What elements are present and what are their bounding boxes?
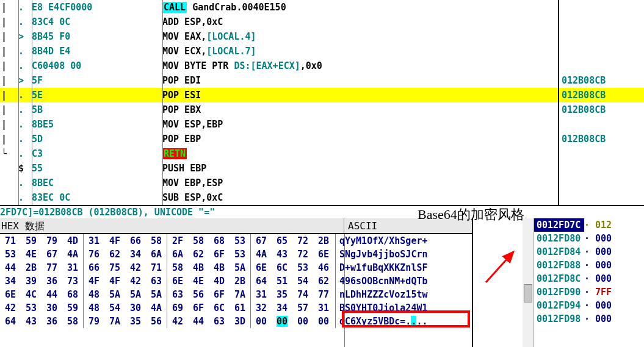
stack-value: 000	[595, 299, 612, 312]
opcode-bytes: 5B	[32, 102, 162, 117]
hex-row[interactable]: 425330594854304A696F6C6132345731BS0YHT0J…	[0, 301, 472, 315]
reference-panel[interactable]: 012B08CB012B08CB012B08CB012B08CB	[559, 0, 644, 205]
ref-row: 012B08CB	[559, 102, 644, 117]
ref-row	[559, 161, 644, 176]
breakpoint-marker[interactable]: .	[18, 132, 32, 146]
jump-marker: |	[0, 88, 18, 102]
stack-value: 000	[595, 259, 612, 272]
disasm-row[interactable]: .8BECMOV EBP,ESP	[0, 176, 558, 190]
disasm-row[interactable]: |.5DPOP EBP	[0, 132, 558, 146]
breakpoint-marker[interactable]: .	[18, 44, 32, 59]
stack-row[interactable]: 0012FD80·000	[534, 232, 644, 245]
top-panels: |.E8 E4CF0000CALL GandCrab.0040E150|.83C…	[0, 0, 644, 206]
jump-marker: |	[0, 117, 18, 132]
ref-row	[559, 117, 644, 132]
jump-marker: |	[0, 73, 18, 88]
disasm-row[interactable]: $55PUSH EBP	[0, 161, 558, 176]
stack-row[interactable]: 0012FD90·7FF	[534, 285, 644, 299]
opcode-bytes: 8BEC	[32, 176, 162, 190]
breakpoint-marker[interactable]: .	[18, 176, 32, 190]
jump-marker: |	[0, 29, 18, 44]
hex-row[interactable]: 442B773166754271584B4B5A6E6C5346D+w1fuBq…	[0, 261, 472, 274]
bottom-panels: HEX 数据 ASCII 7159794D314F66582F586853676…	[0, 218, 644, 347]
opcode-bytes: C3	[32, 146, 162, 161]
status-line: 2FD7C]=012B08CB (012B08CB), UNICODE "="	[0, 206, 644, 218]
breakpoint-marker[interactable]: .	[18, 102, 32, 117]
ref-row	[559, 176, 644, 190]
stack-address: 0012FD94	[534, 299, 584, 312]
jump-marker: |	[0, 102, 18, 117]
instruction: POP ESI	[162, 88, 558, 102]
blank-strip	[473, 218, 534, 347]
hex-row[interactable]: 6E4C4468485A5A5A63566F7A31357477nLDhHZZZ…	[0, 288, 472, 301]
jump-marker	[0, 161, 18, 176]
stack-value: 012	[595, 218, 612, 232]
breakpoint-marker[interactable]: >	[18, 73, 32, 88]
hex-ascii: qYyM1OfX/XhSger+	[336, 235, 428, 246]
disassembly-panel[interactable]: |.E8 E4CF0000CALL GandCrab.0040E150|.83C…	[0, 0, 559, 205]
breakpoint-marker[interactable]: .	[18, 190, 32, 205]
ref-row	[559, 59, 644, 73]
breakpoint-marker[interactable]: $	[18, 161, 32, 176]
disasm-row[interactable]: |>8B45 F0MOV EAX,[LOCAL.4]	[0, 29, 558, 44]
disasm-row[interactable]: |.5BPOP EBX	[0, 102, 558, 117]
stack-row[interactable]: 0012FD7C·012	[534, 218, 644, 232]
instruction: MOV ECX,[LOCAL.7]	[162, 44, 558, 59]
hex-ascii: SNgJvb4jjboSJCrn	[336, 249, 428, 260]
ref-row	[559, 0, 644, 15]
breakpoint-marker[interactable]: .	[18, 15, 32, 29]
stack-row[interactable]: 0012FD8C·000	[534, 272, 644, 285]
disasm-row[interactable]: |.5EPOP ESI	[0, 88, 558, 102]
opcode-bytes: E8 E4CF0000	[32, 0, 162, 15]
jump-marker: |	[0, 44, 18, 59]
stack-panel[interactable]: 0012FD7C·0120012FD80·0000012FD84·0000012…	[534, 218, 644, 347]
ref-row	[559, 190, 644, 205]
opcode-bytes: C60408 00	[32, 59, 162, 73]
stack-row[interactable]: 0012FD88·000	[534, 259, 644, 272]
scrollbar[interactable]	[523, 218, 534, 347]
instruction: CALL GandCrab.0040E150	[162, 0, 558, 15]
annotation-text: Base64的加密风格	[418, 206, 524, 224]
disasm-row[interactable]: |.C60408 00MOV BYTE PTR DS:[EAX+ECX],0x0	[0, 59, 558, 73]
stack-address: 0012FD80	[534, 232, 584, 245]
hex-row[interactable]: 64433658797A35564244633D00000000dC6Xyz5V…	[0, 315, 472, 328]
opcode-bytes: 8B4D E4	[32, 44, 162, 59]
hex-row[interactable]: 343936734F4F42636E4E4D2B64515462496sOOBc…	[0, 274, 472, 288]
opcode-bytes: 8BE5	[32, 117, 162, 132]
stack-row[interactable]: 0012FD94·000	[534, 299, 644, 312]
breakpoint-marker[interactable]: .	[18, 146, 32, 161]
breakpoint-marker[interactable]: .	[18, 117, 32, 132]
instruction: RETN	[162, 146, 558, 161]
hex-dump-panel[interactable]: HEX 数据 ASCII 7159794D314F66582F586853676…	[0, 218, 473, 347]
breakpoint-marker[interactable]: .	[18, 59, 32, 73]
jump-marker	[0, 190, 18, 205]
stack-address: 0012FD98	[534, 312, 584, 326]
breakpoint-marker[interactable]: >	[18, 29, 32, 44]
instruction: MOV EBP,ESP	[162, 176, 558, 190]
stack-value: 000	[595, 312, 612, 326]
stack-address: 0012FD88	[534, 259, 584, 272]
disasm-row[interactable]: |>5FPOP EDI	[0, 73, 558, 88]
disasm-row[interactable]: |.E8 E4CF0000CALL GandCrab.0040E150	[0, 0, 558, 15]
disasm-row[interactable]: |.8BE5MOV ESP,EBP	[0, 117, 558, 132]
instruction: SUB ESP,0xC	[162, 190, 558, 205]
ref-row: 012B08CB	[559, 73, 644, 88]
scroll-thumb[interactable]	[524, 284, 532, 302]
ref-row	[559, 146, 644, 161]
hex-row[interactable]: 534E674A7662346A6A626F534A43726ESNgJvb4j…	[0, 248, 472, 261]
ref-row: 012B08CB	[559, 132, 644, 146]
disasm-row[interactable]: |.83C4 0CADD ESP,0xC	[0, 15, 558, 29]
hex-row[interactable]: 7159794D314F66582F5868536765722BqYyM1OfX…	[0, 234, 472, 248]
disasm-row[interactable]: └.C3RETN	[0, 146, 558, 161]
breakpoint-marker[interactable]: .	[18, 88, 32, 102]
breakpoint-marker[interactable]: .	[18, 0, 32, 15]
disasm-row[interactable]: .83EC 0CSUB ESP,0xC	[0, 190, 558, 205]
hex-header: HEX 数据 ASCII	[0, 218, 472, 234]
stack-row[interactable]: 0012FD84·000	[534, 245, 644, 259]
stack-row[interactable]: 0012FD98·000	[534, 312, 644, 326]
disasm-row[interactable]: |.8B4D E4MOV ECX,[LOCAL.7]	[0, 44, 558, 59]
instruction: POP EBX	[162, 102, 558, 117]
stack-value: 000	[595, 272, 612, 285]
hex-ascii: nLDhHZZZcVoz15tw	[336, 289, 428, 300]
hex-ascii: dC6Xyz5VBDc=....	[336, 316, 428, 327]
